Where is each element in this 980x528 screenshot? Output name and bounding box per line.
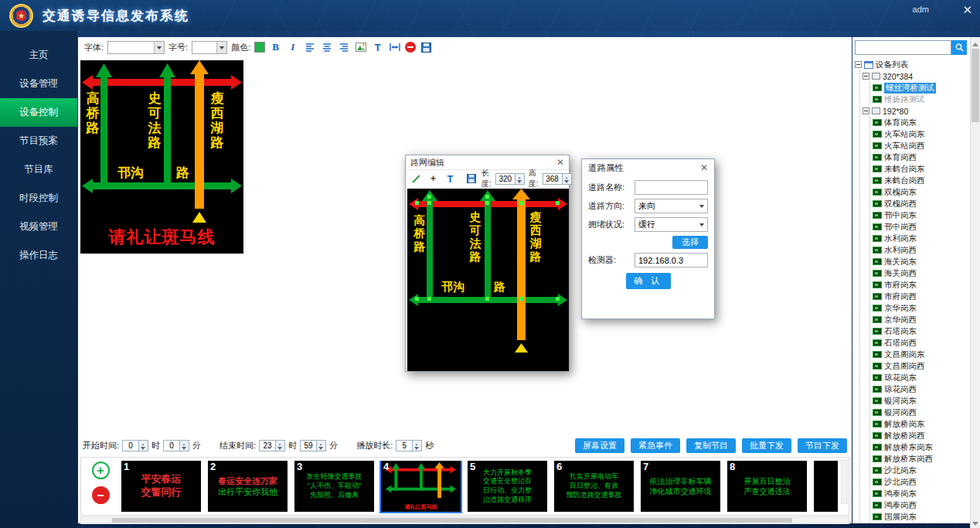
device-item[interactable]: 水利岗西 xyxy=(873,244,970,256)
device-item[interactable]: 解放桥岗东 xyxy=(873,418,970,430)
device-item[interactable]: 银河岗西 xyxy=(873,407,970,418)
fit-width-button[interactable] xyxy=(388,40,401,54)
batch-send-button[interactable]: 批量下发 xyxy=(742,438,791,453)
device-item[interactable]: 琼花岗西 xyxy=(873,383,970,395)
device-item[interactable]: 市府岗西 xyxy=(873,291,970,302)
device-item[interactable]: 文昌阁岗西 xyxy=(873,360,970,372)
detector-input[interactable] xyxy=(638,256,704,265)
led-preview-screen[interactable]: 高桥路 史可法路 瘦西湖路 邗沟 路 请礼让斑马线 xyxy=(80,60,243,254)
device-item[interactable]: 来鹤台岗东 xyxy=(873,163,970,175)
stepper-arrows[interactable] xyxy=(516,173,525,185)
device-item[interactable]: 国展岗东 xyxy=(873,511,970,523)
device-item[interactable]: 文昌阁岗东 xyxy=(873,349,970,360)
text-tool-button[interactable]: T xyxy=(371,40,384,54)
add-program-button[interactable]: + xyxy=(92,462,110,479)
end-hour-input[interactable] xyxy=(259,440,276,451)
device-item[interactable]: 维扬路测试 xyxy=(873,94,970,105)
scroll-down-icon[interactable] xyxy=(971,518,980,528)
screen-settings-button[interactable]: 屏幕设置 xyxy=(575,438,624,453)
device-item[interactable]: 沙北岗东 xyxy=(873,465,970,476)
height-stepper[interactable] xyxy=(543,173,572,185)
device-item[interactable]: 京华岗西 xyxy=(873,314,970,325)
device-item[interactable]: 火车站岗东 xyxy=(873,128,970,140)
stepper-arrows[interactable] xyxy=(276,440,285,451)
device-search-input[interactable] xyxy=(855,40,951,55)
text-tool-button[interactable]: T xyxy=(444,172,457,186)
sidebar-item-schedule-control[interactable]: 时段控制 xyxy=(0,184,77,213)
start-minute-input[interactable] xyxy=(163,440,180,451)
program-thumbnail-9-partial[interactable]: 文明交通安全出行 xyxy=(814,461,838,512)
add-node-button[interactable]: + xyxy=(427,172,440,186)
duration-stepper[interactable] xyxy=(396,440,422,451)
select-detector-button[interactable]: 选择 xyxy=(672,236,708,249)
save-layout-button[interactable] xyxy=(464,172,478,186)
insert-image-button[interactable] xyxy=(354,40,367,54)
device-item[interactable]: 双槐岗东 xyxy=(873,186,970,198)
program-thumbnail-6[interactable]: 6 扎实开展电动车百日整治、有效预防道路交通事故 xyxy=(554,461,634,512)
road-direction-select[interactable]: 来向 xyxy=(635,199,708,213)
font-size-select[interactable] xyxy=(192,41,227,54)
editor-canvas[interactable]: 高桥路 史可法路 瘦西湖路 邗沟 路 xyxy=(407,189,569,371)
end-minute-stepper[interactable] xyxy=(300,440,326,451)
sidebar-item-operation-log[interactable]: 操作日志 xyxy=(0,241,77,270)
sidebar-item-device-control[interactable]: 设备控制 xyxy=(0,98,77,127)
program-thumbnail-5[interactable]: 5 大力开展秋冬季交通安全整治百日行动、全力整治道路交通秩序 xyxy=(468,461,547,512)
tree-group-320x384[interactable]: 320*384 xyxy=(863,70,970,82)
color-swatch[interactable] xyxy=(254,42,265,53)
device-item-selected[interactable]: 螺丝湾桥测试 xyxy=(873,82,970,94)
emergency-event-button[interactable]: 紧急事件 xyxy=(631,438,680,453)
program-thumbnail-3[interactable]: 3 发生轻微交通事故“人不伤、车能动”先拍照、后撤离 xyxy=(294,461,374,512)
dialog-titlebar[interactable]: 道路属性 ✕ xyxy=(582,159,714,176)
align-left-button[interactable] xyxy=(303,40,316,54)
device-item[interactable]: 琼花岗东 xyxy=(873,372,970,383)
scrollbar-thumb[interactable] xyxy=(112,518,792,523)
device-item[interactable]: 石塔岗西 xyxy=(873,337,970,349)
close-icon[interactable]: ✕ xyxy=(962,3,972,17)
program-thumbnail-1[interactable]: 1 平安春运交警同行 xyxy=(121,461,201,512)
delete-button[interactable] xyxy=(405,42,416,53)
device-item[interactable]: 海关岗西 xyxy=(873,267,970,279)
stepper-arrows[interactable] xyxy=(413,440,422,451)
confirm-button[interactable]: 确 认 xyxy=(626,273,671,289)
device-item[interactable]: 国展岗西 xyxy=(873,523,970,523)
length-stepper[interactable] xyxy=(495,173,525,185)
program-thumbnail-4-selected[interactable]: 4 xyxy=(381,461,461,512)
device-item[interactable]: 鸿泰岗西 xyxy=(873,499,970,511)
device-item[interactable]: 银河岗东 xyxy=(873,395,970,407)
start-minute-stepper[interactable] xyxy=(163,440,189,451)
device-item[interactable]: 解放桥岗西 xyxy=(873,430,970,441)
device-item[interactable]: 体育岗东 xyxy=(873,117,970,128)
collapse-icon[interactable] xyxy=(863,73,869,80)
end-hour-stepper[interactable] xyxy=(259,440,285,451)
device-item[interactable]: 水利岗东 xyxy=(873,233,970,244)
congestion-select[interactable]: 缓行 xyxy=(635,217,708,232)
device-item[interactable]: 沙北岗西 xyxy=(873,476,970,488)
collapse-icon[interactable] xyxy=(863,107,869,114)
scroll-up-icon[interactable] xyxy=(971,37,980,47)
sidebar-item-device-mgmt[interactable]: 设备管理 xyxy=(0,70,77,98)
device-item[interactable]: 解放桥东岗西 xyxy=(873,453,970,465)
device-item[interactable]: 解放桥东岗东 xyxy=(873,441,970,453)
device-item[interactable]: 火车站岗西 xyxy=(873,140,970,152)
stepper-arrows[interactable] xyxy=(563,173,572,185)
tree-group-192x80[interactable]: 192*80 xyxy=(863,105,970,117)
stepper-arrows[interactable] xyxy=(180,440,189,451)
device-item[interactable]: 来鹤台岗西 xyxy=(873,175,970,186)
sidebar-item-program-library[interactable]: 节目库 xyxy=(0,155,77,184)
stepper-arrows[interactable] xyxy=(139,440,148,451)
align-right-button[interactable] xyxy=(337,40,350,54)
horizontal-scrollbar[interactable] xyxy=(80,516,849,524)
device-item[interactable]: 京华岗东 xyxy=(873,302,970,314)
close-icon[interactable]: ✕ xyxy=(556,157,564,168)
device-item[interactable]: 体育岗西 xyxy=(873,152,970,163)
program-thumbnail-7[interactable]: 7 依法治理非标车辆净化城市交通环境 xyxy=(641,461,720,512)
length-input[interactable] xyxy=(495,173,516,185)
start-hour-input[interactable] xyxy=(122,440,139,451)
remove-program-button[interactable]: − xyxy=(92,486,110,504)
height-input[interactable] xyxy=(543,173,563,185)
start-hour-stepper[interactable] xyxy=(122,440,148,451)
collapse-icon[interactable] xyxy=(855,61,862,68)
device-item[interactable]: 邗中岗东 xyxy=(873,209,970,221)
send-program-button[interactable]: 节目下发 xyxy=(798,438,847,453)
program-thumbnail-2[interactable]: 2 春运安全连万家出行平安你我他 xyxy=(208,461,288,512)
